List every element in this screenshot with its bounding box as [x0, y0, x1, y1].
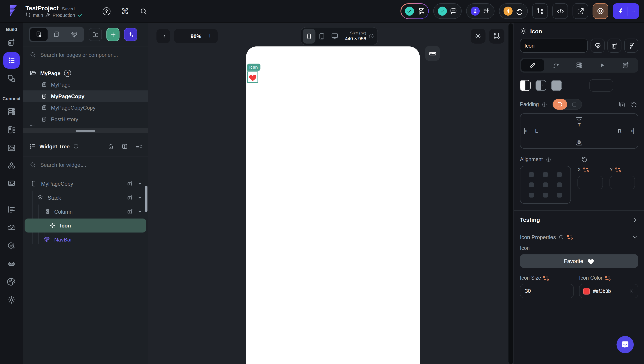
align-dot[interactable]	[529, 182, 534, 187]
rail-add-page-icon[interactable]	[3, 34, 20, 50]
tree-node-stack[interactable]: Stack	[24, 191, 146, 205]
canvas-settings-button[interactable]	[489, 29, 504, 44]
add-page-button[interactable]	[106, 28, 120, 41]
branch-name[interactable]: main	[33, 12, 43, 17]
rail-app-values-icon[interactable]	[3, 201, 20, 218]
align-dot[interactable]	[529, 192, 534, 197]
search-icon[interactable]	[140, 7, 148, 15]
padding-top-handle[interactable]	[576, 116, 582, 121]
ai-generate-button[interactable]	[124, 28, 137, 41]
info-icon[interactable]	[559, 234, 564, 240]
info-icon[interactable]	[73, 143, 79, 149]
view-code-button[interactable]	[552, 3, 568, 19]
zoom-out-button[interactable]: −	[179, 32, 185, 40]
reset-alignment-icon[interactable]	[581, 156, 588, 162]
wrap-widget-button[interactable]	[608, 38, 622, 52]
padding-left-label[interactable]: L	[535, 128, 538, 134]
tree-node-navbar[interactable]: NavBar	[24, 232, 146, 246]
widget-search-input[interactable]	[40, 162, 141, 168]
add-widget-icon[interactable]	[127, 208, 134, 215]
rail-components-icon[interactable]	[3, 70, 20, 87]
add-widget-icon[interactable]	[127, 194, 134, 201]
info-icon[interactable]	[546, 157, 551, 162]
history-button[interactable]: 4	[499, 3, 528, 19]
tree-node-icon-selected[interactable]: Icon	[24, 218, 146, 232]
pages-search-input[interactable]	[40, 52, 141, 58]
left-panel-scrollbar[interactable]	[145, 186, 148, 212]
icon-properties-header[interactable]: Icon Properties	[520, 234, 638, 240]
canvas-scrollbar[interactable]	[508, 24, 513, 364]
copy-padding-icon[interactable]	[618, 101, 626, 108]
icon-picker-button[interactable]: Favorite	[520, 254, 638, 268]
page-folder-row[interactable]: MyPage 4	[23, 67, 148, 79]
lock-icon[interactable]	[107, 143, 114, 150]
light-mode-toggle[interactable]	[471, 29, 485, 44]
padding-editor[interactable]: T 0 L R 0 B	[520, 113, 638, 148]
panel-option-full[interactable]	[551, 80, 562, 91]
align-dot[interactable]	[543, 172, 548, 177]
padding-right-label[interactable]: R	[618, 128, 622, 134]
share-export-button[interactable]	[572, 3, 588, 19]
preview-button[interactable]	[593, 3, 608, 19]
tab-actions[interactable]	[591, 59, 614, 72]
page-list-item[interactable]: MyPage	[23, 79, 148, 90]
align-x-input[interactable]	[578, 176, 603, 189]
testing-section[interactable]: Testing	[520, 211, 638, 229]
align-dot[interactable]	[557, 172, 562, 177]
chevron-down-icon[interactable]	[138, 195, 142, 200]
page-list-item[interactable]: PostHistory	[23, 113, 148, 125]
device-phone-button[interactable]	[302, 29, 315, 44]
actions-status-button[interactable]: 2	[466, 3, 494, 19]
run-bolt-icon[interactable]	[613, 3, 628, 19]
info-icon[interactable]	[542, 102, 547, 107]
align-dot[interactable]	[557, 192, 562, 197]
icon-size-input[interactable]	[520, 284, 574, 298]
panel-resize-handle[interactable]	[23, 128, 148, 133]
widget-name-input[interactable]	[520, 38, 588, 52]
support-chat-button[interactable]	[616, 336, 634, 353]
rail-cloud-functions-icon[interactable]	[3, 219, 20, 236]
align-y-input[interactable]	[610, 176, 635, 189]
panel-option-left-collapse[interactable]	[536, 80, 546, 91]
padding-mode-dashed[interactable]	[553, 99, 567, 110]
tab-pages-and-components[interactable]	[30, 28, 48, 41]
run-options-caret[interactable]	[628, 3, 639, 19]
rail-theme-icon[interactable]	[3, 274, 20, 290]
padding-mode-uniform[interactable]	[567, 99, 582, 110]
empty-value-box[interactable]	[590, 79, 613, 92]
rail-database-icon[interactable]	[3, 104, 20, 120]
page-list-item-selected[interactable]: MyPageCopy	[23, 90, 148, 102]
phone-preview[interactable]: Icon	[246, 46, 420, 364]
flutterflow-docs-button[interactable]	[624, 38, 638, 52]
set-from-variable-icon[interactable]	[615, 167, 621, 172]
environment-name[interactable]: Production	[52, 12, 75, 17]
tab-properties[interactable]	[521, 59, 544, 72]
ai-review-button[interactable]	[400, 3, 429, 19]
rail-page-selector-icon[interactable]	[3, 52, 20, 68]
flutterflow-logo-icon[interactable]	[0, 4, 23, 18]
tree-node-column[interactable]: Column	[24, 204, 146, 218]
tab-backend-query[interactable]	[568, 59, 591, 72]
align-dot[interactable]	[557, 182, 562, 187]
comments-button[interactable]	[433, 3, 462, 19]
align-dot[interactable]	[529, 172, 534, 177]
rail-storage-icon[interactable]	[3, 140, 20, 156]
tab-components[interactable]	[65, 28, 83, 41]
reset-padding-icon[interactable]	[630, 101, 638, 108]
align-dot[interactable]	[543, 182, 548, 187]
icon-color-field[interactable]: #ef3b3b	[579, 284, 638, 298]
help-icon[interactable]: ?	[102, 7, 110, 15]
color-swatch[interactable]	[583, 288, 590, 294]
rail-tests-icon[interactable]	[3, 237, 20, 254]
alignment-grid[interactable]	[520, 166, 571, 204]
device-desktop-button[interactable]	[328, 29, 341, 44]
set-from-variable-icon[interactable]	[543, 276, 549, 281]
tab-documentation[interactable]	[614, 59, 637, 72]
padding-top-label[interactable]: T	[578, 122, 581, 128]
selected-icon-widget[interactable]	[247, 72, 258, 83]
rail-settings-icon[interactable]	[3, 292, 20, 308]
set-from-variable-icon[interactable]	[567, 234, 573, 240]
run-button[interactable]	[613, 3, 639, 19]
tab-animations[interactable]	[544, 59, 568, 72]
collapse-panel-button[interactable]	[156, 29, 170, 43]
